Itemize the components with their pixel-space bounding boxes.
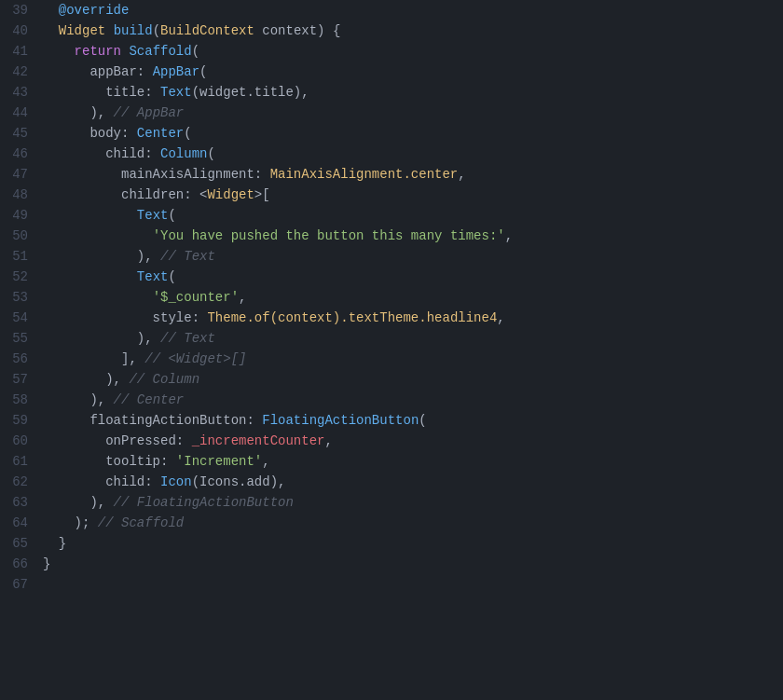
code-line: 49 Text( [0,205,783,226]
token: ), [43,372,121,387]
code-line: 52 Text( [0,267,783,287]
token: Text [137,208,169,223]
line-content: @override [43,0,776,21]
line-number: 65 [7,533,43,554]
token: BuildContext [160,23,254,38]
line-content: } [43,554,776,574]
line-number: 47 [7,164,43,185]
line-content: '$_counter', [43,287,776,308]
token: } [43,536,66,551]
token: Widget [59,23,105,38]
token: , [262,454,269,469]
token: title: [43,85,160,100]
token: ), [43,331,153,346]
token: 'Increment' [176,454,262,469]
line-number: 55 [7,328,43,349]
token: ( [199,64,207,79]
token [43,269,137,284]
line-number: 48 [7,185,43,205]
code-line: 53 '$_counter', [0,287,783,308]
token: , [239,290,246,305]
line-content: children: <Widget>[ [43,185,776,205]
line-content: appBar: AppBar( [43,62,776,82]
line-content: child: Icon(Icons.add), [43,472,776,492]
line-content: 'You have pushed the button this many ti… [43,226,776,246]
token: ( [184,126,191,141]
token: Icon [160,474,192,489]
code-line: 46 child: Column( [0,144,783,164]
token: , [497,310,504,325]
code-line: 67 [0,574,783,595]
token: return [75,44,121,59]
token: ( [153,23,160,38]
line-number: 62 [7,472,43,492]
line-number: 41 [7,41,43,62]
line-number: 64 [7,513,43,533]
code-line: 66} [0,554,783,574]
token: ), [43,392,105,407]
line-content: onPressed: _incrementCounter, [43,431,776,451]
code-line: 57 ), // Column [0,369,783,390]
line-content: Text( [43,267,776,287]
token: // AppBar [105,105,184,120]
code-line: 48 children: <Widget>[ [0,185,783,205]
token: @override [43,3,129,18]
line-content: ), // Text [43,246,776,267]
line-number: 56 [7,349,43,369]
token: children: < [43,187,207,202]
token [43,290,153,305]
token: Column [160,146,207,161]
code-line: 47 mainAxisAlignment: MainAxisAlignment.… [0,164,783,185]
token: // FloatingActionButton [105,495,294,510]
token [43,208,137,223]
code-line: 58 ), // Center [0,390,783,410]
code-line: 44 ), // AppBar [0,103,783,123]
line-number: 46 [7,144,43,164]
line-number: 42 [7,62,43,82]
code-line: 63 ), // FloatingActionButton [0,492,783,513]
code-line: 64 ); // Scaffold [0,513,783,533]
token: build [114,23,153,38]
token [105,23,113,38]
token: style: [43,310,207,325]
token: (widget.title), [192,85,309,100]
line-content: ], // <Widget>[] [43,349,776,369]
token: ], [43,351,137,366]
token: ), [43,249,153,264]
token: , [505,228,513,243]
code-line: 50 'You have pushed the button this many… [0,226,783,246]
code-line: 61 tooltip: 'Increment', [0,451,783,472]
line-number: 44 [7,103,43,123]
line-content: floatingActionButton: FloatingActionButt… [43,410,776,431]
line-number: 52 [7,267,43,287]
line-number: 60 [7,431,43,451]
token: Theme.of(context).textTheme.headline4 [207,310,497,325]
token: body: [43,126,137,141]
line-number: 63 [7,492,43,513]
token: floatingActionButton: [43,413,262,428]
token: // Text [153,331,215,346]
token: Scaffold [129,44,191,59]
token: onPressed: [43,433,192,448]
line-content: tooltip: 'Increment', [43,451,776,472]
line-number: 59 [7,410,43,431]
line-number: 66 [7,554,43,574]
line-content: ), // Text [43,328,776,349]
code-line: 39 @override [0,0,783,21]
line-number: 39 [7,0,43,21]
line-number: 49 [7,205,43,226]
token: ( [168,208,175,223]
token: Text [160,85,192,100]
token: ); [43,515,89,530]
line-number: 43 [7,82,43,103]
token: context) { [254,23,340,38]
line-content: return Scaffold( [43,41,776,62]
token: Widget [207,187,254,202]
line-content: ), // Column [43,369,776,390]
code-line: 42 appBar: AppBar( [0,62,783,82]
line-number: 50 [7,226,43,246]
token: appBar: [43,64,153,79]
line-content: Text( [43,205,776,226]
code-line: 40 Widget build(BuildContext context) { [0,21,783,41]
token: tooltip: [43,454,176,469]
